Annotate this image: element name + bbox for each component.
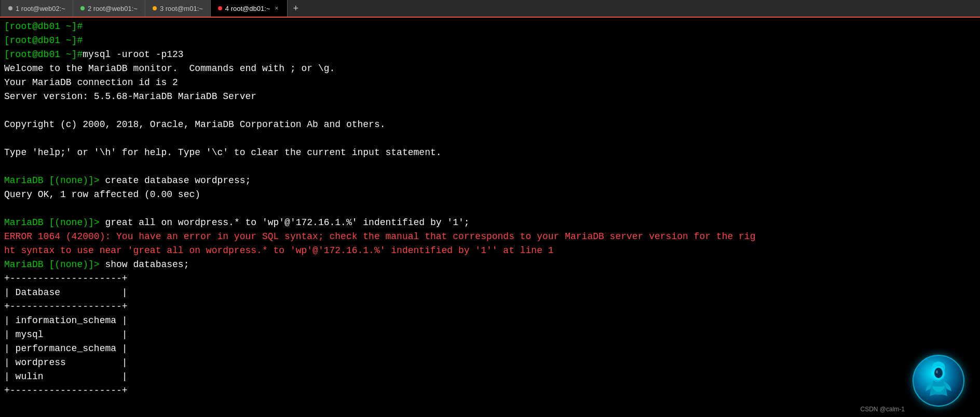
tab-label-4: 4 root@db01:~ xyxy=(225,5,270,12)
terminal-line: [root@db01 ~]# xyxy=(4,34,976,48)
tab-4[interactable]: 4 root@db01:~× xyxy=(211,0,288,17)
terminal-line: +--------------------+ xyxy=(4,272,976,286)
tab-label-1: 1 root@web02:~ xyxy=(16,5,65,12)
prompt: MariaDB [(none)]> xyxy=(4,259,105,270)
terminal-line: +--------------------+ xyxy=(4,384,976,398)
terminal-line: Copyright (c) 2000, 2018, Oracle, MariaD… xyxy=(4,118,976,132)
command-text: create database wordpress; xyxy=(105,175,251,186)
prompt: MariaDB [(none)]> xyxy=(4,217,105,228)
terminal-content: [root@db01 ~]#[root@db01 ~]#[root@db01 ~… xyxy=(0,18,980,417)
command-text: mysql -uroot -p123 xyxy=(83,49,183,60)
terminal-line: Type 'help;' or '\h' for help. Type '\c'… xyxy=(4,146,976,160)
terminal-line: Your MariaDB connection id is 2 xyxy=(4,76,976,90)
terminal-line: Welcome to the MariaDB monitor. Commands… xyxy=(4,62,976,76)
svg-point-2 xyxy=(936,370,938,373)
terminal-line: | information_schema | xyxy=(4,314,976,328)
terminal-line: ht syntax to use near 'great all on word… xyxy=(4,244,976,258)
terminal-line: | Database | xyxy=(4,286,976,300)
tab-dot-1 xyxy=(8,6,12,10)
terminal-line xyxy=(4,104,976,118)
tab-bar: 1 root@web02:~2 root@web01:~3 root@m01:~… xyxy=(0,0,980,18)
tab-3[interactable]: 3 root@m01:~ xyxy=(145,0,211,17)
tab-dot-2 xyxy=(80,6,85,10)
terminal-line: +--------------------+ xyxy=(4,300,976,314)
tab-label-2: 2 root@web01:~ xyxy=(88,5,138,12)
tab-2[interactable]: 2 root@web01:~ xyxy=(73,0,145,17)
prompt: [root@db01 ~]# xyxy=(4,49,83,60)
terminal-line xyxy=(4,202,976,216)
avatar xyxy=(913,355,964,407)
add-tab-button[interactable]: + xyxy=(288,0,304,17)
prompt: [root@db01 ~]# xyxy=(4,21,83,32)
command-text: great all on wordpress.* to 'wp'@'172.16… xyxy=(105,217,469,228)
csdn-label: CSDN @calm-1 xyxy=(860,405,905,414)
tab-label-3: 3 root@m01:~ xyxy=(160,5,203,12)
terminal-line: Query OK, 1 row affected (0.00 sec) xyxy=(4,188,976,202)
svg-point-1 xyxy=(934,368,943,378)
tab-dot-4 xyxy=(218,6,222,10)
terminal-line: MariaDB [(none)]> show databases; xyxy=(4,258,976,272)
terminal-line: [root@db01 ~]# xyxy=(4,20,976,34)
terminal-line xyxy=(4,160,976,174)
tab-1[interactable]: 1 root@web02:~ xyxy=(1,0,73,17)
prompt: [root@db01 ~]# xyxy=(4,35,83,46)
terminal-line: MariaDB [(none)]> great all on wordpress… xyxy=(4,216,976,230)
terminal-line: Server version: 5.5.68-MariaDB MariaDB S… xyxy=(4,90,976,104)
terminal-line: | performance_schema | xyxy=(4,342,976,356)
prompt: MariaDB [(none)]> xyxy=(4,175,105,186)
tab-dot-3 xyxy=(153,6,157,10)
terminal-line: | mysql | xyxy=(4,328,976,342)
terminal-line: MariaDB [(none)]> create database wordpr… xyxy=(4,174,976,188)
terminal-line: ERROR 1064 (42000): You have an error in… xyxy=(4,230,976,244)
terminal-line: | wulin | xyxy=(4,370,976,384)
tab-close-4[interactable]: × xyxy=(273,4,280,12)
terminal-line: [root@db01 ~]#mysql -uroot -p123 xyxy=(4,48,976,62)
command-text: show databases; xyxy=(105,259,189,270)
terminal-line: | wordpress | xyxy=(4,356,976,370)
terminal-line xyxy=(4,132,976,146)
